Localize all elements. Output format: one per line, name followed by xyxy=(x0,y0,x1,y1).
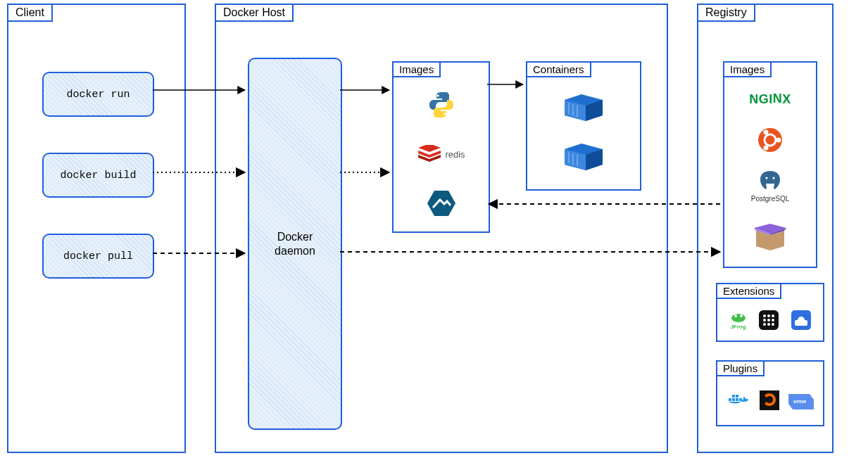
host-images-title: Images xyxy=(392,61,441,77)
registry-extensions-row: JFrog xyxy=(717,304,823,336)
redis-icon: redis xyxy=(394,133,489,175)
svg-rect-49 xyxy=(739,398,742,401)
svg-point-40 xyxy=(767,323,770,326)
postgresql-label: PostgreSQL xyxy=(751,195,789,203)
svg-point-20 xyxy=(776,138,781,143)
svg-point-1 xyxy=(444,113,446,115)
host-containers-title: Containers xyxy=(526,61,591,77)
svg-rect-46 xyxy=(736,398,738,401)
svg-point-33 xyxy=(763,314,766,317)
svg-point-24 xyxy=(772,177,774,179)
cmd-docker-build-text: docker build xyxy=(60,170,136,182)
panel-client-title: Client xyxy=(7,4,53,22)
svg-point-30 xyxy=(734,314,737,317)
svg-rect-44 xyxy=(729,398,731,401)
svg-point-38 xyxy=(772,319,774,322)
svg-point-31 xyxy=(740,314,743,317)
ubuntu-icon xyxy=(724,122,816,158)
host-containers-box: Containers xyxy=(526,61,641,191)
cmd-docker-pull: docker pull xyxy=(42,234,154,279)
alpine-icon xyxy=(394,182,489,224)
svg-point-22 xyxy=(764,146,769,151)
box-icon xyxy=(724,214,816,256)
panel-registry: Registry Images NGINX PostgreSQL Extensi… xyxy=(697,4,834,453)
grafana-icon xyxy=(760,390,779,410)
cmd-docker-run: docker run xyxy=(42,72,154,117)
svg-text:vmw: vmw xyxy=(793,398,807,405)
cmd-docker-pull-text: docker pull xyxy=(63,250,133,262)
svg-point-0 xyxy=(436,94,439,96)
container-icon-1 xyxy=(527,84,640,129)
svg-marker-5 xyxy=(427,191,455,216)
svg-marker-4 xyxy=(418,145,441,152)
svg-point-29 xyxy=(731,314,746,322)
docker-icon xyxy=(727,391,750,409)
svg-rect-43 xyxy=(795,320,807,326)
python-icon xyxy=(394,84,489,126)
redis-label: redis xyxy=(445,149,465,160)
registry-extensions-box: Extensions JFrog xyxy=(716,283,824,342)
panel-host-title: Docker Host xyxy=(215,4,294,22)
registry-extensions-title: Extensions xyxy=(716,283,781,299)
svg-rect-48 xyxy=(736,395,738,397)
svg-point-21 xyxy=(764,130,769,135)
docker-daemon: Docker daemon xyxy=(248,58,342,430)
svg-rect-45 xyxy=(732,398,735,401)
svg-point-37 xyxy=(767,319,770,322)
cmd-docker-build: docker build xyxy=(42,153,154,198)
registry-plugins-title: Plugins xyxy=(716,360,765,376)
svg-point-36 xyxy=(763,319,766,322)
container-icon-2 xyxy=(527,133,640,179)
svg-point-23 xyxy=(765,177,767,179)
nginx-icon: NGINX xyxy=(724,85,816,113)
panel-host: Docker Host Docker daemon Images redis C… xyxy=(215,4,668,453)
panel-client: Client docker run docker build docker pu… xyxy=(7,4,186,453)
grid-app-icon xyxy=(759,310,779,330)
docker-daemon-label: Docker daemon xyxy=(275,230,315,258)
svg-point-35 xyxy=(772,314,774,317)
svg-point-41 xyxy=(772,323,774,326)
svg-rect-47 xyxy=(732,395,735,397)
svg-point-39 xyxy=(763,323,766,326)
cloud-app-icon xyxy=(791,310,811,330)
registry-images-title: Images xyxy=(723,61,772,77)
registry-plugins-box: Plugins vmw xyxy=(716,360,824,426)
postgresql-icon: PostgreSQL xyxy=(724,165,816,207)
host-images-box: Images redis xyxy=(392,61,490,233)
registry-images-box: Images NGINX PostgreSQL xyxy=(723,61,817,268)
vmware-icon: vmw xyxy=(788,391,814,409)
svg-point-34 xyxy=(767,314,770,317)
panel-registry-title: Registry xyxy=(697,4,755,22)
registry-plugins-row: vmw xyxy=(717,383,823,418)
jfrog-icon: JFrog xyxy=(730,311,747,330)
cmd-docker-run-text: docker run xyxy=(66,89,130,101)
